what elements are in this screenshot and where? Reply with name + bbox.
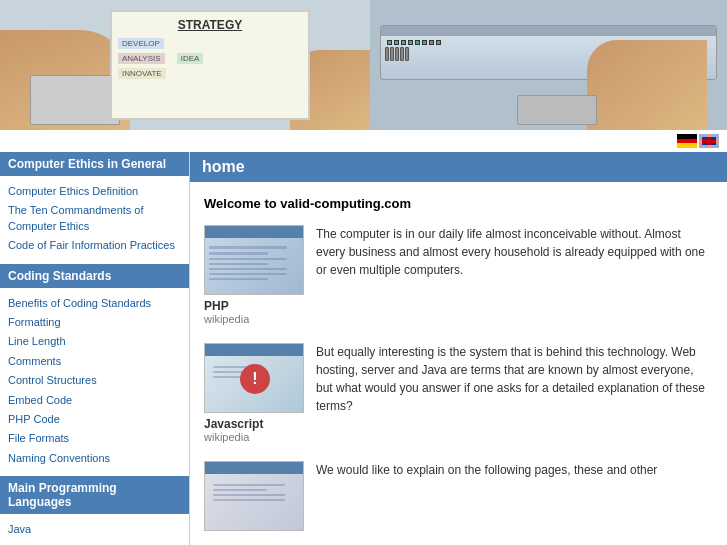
sidebar-link-php[interactable]: PHP Code [8,410,181,429]
welcome-heading: Welcome to valid-computing.com [204,196,713,211]
content-area: home Welcome to valid-computing.com [190,152,727,545]
article-javascript: ! Javascript wikipedia But equally inter… [204,343,713,443]
sidebar-links-languages: Java [0,516,189,545]
sidebar-section-ethics: Computer Ethics in General [0,152,189,176]
php-paragraph: The computer is in our daily life almost… [316,225,713,279]
js-caption: Javascript [204,417,304,431]
german-flag[interactable] [677,134,697,148]
sidebar-link-file-formats[interactable]: File Formats [8,429,181,448]
main-layout: Computer Ethics in General Computer Ethi… [0,152,727,545]
sidebar-link-naming[interactable]: Naming Conventions [8,449,181,468]
sidebar-links-ethics: Computer Ethics Definition The Ten Comma… [0,178,189,264]
sidebar-links-coding: Benefits of Coding Standards Formatting … [0,290,189,477]
js-error-icon: ! [240,364,270,394]
js-source: wikipedia [204,431,304,443]
sidebar-link-benefits[interactable]: Benefits of Coding Standards [8,294,181,313]
article-more: We would like to explain on the followin… [204,461,713,531]
sidebar-link-line-length[interactable]: Line Length [8,332,181,351]
sidebar-link-ethics-def[interactable]: Computer Ethics Definition [8,182,181,201]
sidebar-link-java[interactable]: Java [8,520,181,539]
article-php: PHP wikipedia The computer is in our dai… [204,225,713,325]
flag-row [0,130,727,152]
sidebar-section-languages: Main Programming Languages [0,476,189,514]
content-header: home [190,152,727,182]
more-paragraph: We would like to explain on the followin… [316,461,657,479]
more-thumbnail [204,461,304,531]
sidebar-section-coding: Coding Standards [0,264,189,288]
banner-right [370,0,727,130]
js-text: But equally interesting is the system th… [316,343,713,443]
js-thumbnail: ! [204,343,304,413]
sidebar-link-control[interactable]: Control Structures [8,371,181,390]
sidebar-link-embed[interactable]: Embed Code [8,391,181,410]
sidebar-link-comments[interactable]: Comments [8,352,181,371]
uk-flag[interactable] [699,134,719,148]
header-banner: STRATEGY DEVELOP ANALYSIS IDEA INNOVATE [0,0,727,130]
content-body: Welcome to valid-computing.com [190,192,727,545]
sidebar: Computer Ethics in General Computer Ethi… [0,152,190,545]
php-text: The computer is in our daily life almost… [316,225,713,325]
php-source: wikipedia [204,313,304,325]
more-text: We would like to explain on the followin… [316,461,657,531]
php-thumbnail [204,225,304,295]
banner-left: STRATEGY DEVELOP ANALYSIS IDEA INNOVATE [0,0,370,130]
js-paragraph: But equally interesting is the system th… [316,343,713,415]
sidebar-link-code-fair[interactable]: Code of Fair Information Practices [8,236,181,255]
sidebar-link-ten-commandments[interactable]: The Ten Commandments of Computer Ethics [8,201,181,236]
sidebar-link-formatting[interactable]: Formatting [8,313,181,332]
php-caption: PHP [204,299,304,313]
